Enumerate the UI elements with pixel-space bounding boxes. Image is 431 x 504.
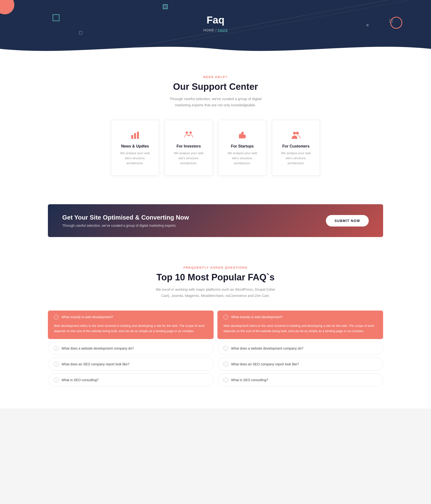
bar-chart-icon bbox=[130, 130, 140, 140]
faq-column-left: ⌃ What exactly is web development? Web d… bbox=[48, 311, 214, 389]
faq-right-header-2[interactable]: ⌄ What does a website development compan… bbox=[218, 342, 383, 355]
faq-left-item-1: ⌃ What exactly is web development? Web d… bbox=[48, 311, 214, 339]
handshake-icon bbox=[183, 130, 194, 140]
faq-toggle-right-1: ⌃ bbox=[223, 315, 228, 319]
card-startups-desc: We analyse your web site's structure, ar… bbox=[226, 151, 259, 166]
faq-left-answer-1: Web development refers to the work invol… bbox=[48, 323, 213, 339]
faq-column-right: ⌃ What exactly is web development? Web d… bbox=[217, 311, 383, 389]
hero-wave bbox=[0, 42, 431, 56]
svg-rect-4 bbox=[137, 132, 139, 139]
faq-toggle-right-4: ⌄ bbox=[223, 378, 228, 382]
card-news: News & Updtes We analyse your web site's… bbox=[111, 120, 159, 176]
faq-grid: ⌃ What exactly is web development? Web d… bbox=[48, 311, 383, 389]
faq-right-question-1: What exactly is web development? bbox=[231, 315, 283, 319]
faq-section: FREQUENTLY ASKED QUESTIONS Top 10 Most P… bbox=[0, 252, 431, 408]
svg-rect-3 bbox=[134, 133, 136, 139]
thumbsup-icon bbox=[237, 130, 248, 140]
faq-left-header-1[interactable]: ⌃ What exactly is web development? bbox=[48, 311, 213, 323]
faq-right-question-3: What does an SEO company report look lik… bbox=[231, 362, 299, 366]
card-investors-desc: We analyse your web site's structure, ar… bbox=[172, 151, 205, 166]
faq-right-question-2: What does a website development company … bbox=[231, 346, 303, 350]
hero-title: Faq bbox=[5, 14, 426, 26]
card-customers-title: For Customers bbox=[279, 144, 313, 148]
faq-right-item-1: ⌃ What exactly is web development? Web d… bbox=[217, 311, 383, 339]
cta-banner: Get Your Site Optimised & Converting Now… bbox=[48, 204, 383, 237]
faq-toggle-left-4: ⌄ bbox=[54, 378, 59, 382]
faq-title: Top 10 Most Popular FAQ`s bbox=[48, 272, 383, 283]
users-icon bbox=[291, 130, 301, 140]
card-news-title: News & Updtes bbox=[118, 144, 152, 148]
breadcrumb-separator: / bbox=[214, 28, 218, 32]
faq-toggle-right-2: ⌄ bbox=[223, 346, 228, 351]
faq-toggle-left-3: ⌄ bbox=[54, 362, 59, 367]
svg-point-6 bbox=[189, 131, 192, 134]
faq-right-item-3: ⌄ What does an SEO company report look l… bbox=[217, 358, 383, 371]
faq-left-question-2: What does a website development company … bbox=[62, 346, 134, 350]
support-title: Our Support Center bbox=[48, 82, 383, 92]
faq-right-header-3[interactable]: ⌄ What does an SEO company report look l… bbox=[218, 358, 383, 370]
faq-right-header-1[interactable]: ⌃ What exactly is web development? bbox=[218, 311, 383, 323]
faq-left-item-4: ⌄ What is SEO consulting? bbox=[48, 374, 214, 387]
svg-rect-2 bbox=[131, 135, 133, 139]
decor-circle-outline bbox=[390, 17, 402, 29]
hero-breadcrumb: HOME / FAQS bbox=[5, 28, 426, 32]
faq-description: We excel in working with major platforms… bbox=[156, 286, 275, 298]
faq-toggle-left-1: ⌃ bbox=[54, 315, 59, 319]
submit-now-button[interactable]: SUBMIT NOW bbox=[326, 215, 369, 226]
faq-toggle-right-3: ⌄ bbox=[223, 362, 228, 367]
faq-left-header-4[interactable]: ⌄ What is SEO consulting? bbox=[48, 374, 213, 386]
cta-title: Get Your Site Optimised & Converting Now bbox=[62, 214, 326, 221]
main-content: NEED HELP? Our Support Center Through ca… bbox=[0, 56, 431, 408]
decor-square-dark bbox=[163, 4, 168, 9]
svg-point-8 bbox=[293, 132, 296, 135]
support-tag: NEED HELP? bbox=[48, 75, 383, 79]
faq-tag: FREQUENTLY ASKED QUESTIONS bbox=[48, 266, 383, 269]
card-customers: For Customers We analyse your web site's… bbox=[272, 120, 320, 176]
faq-right-item-2: ⌄ What does a website development compan… bbox=[217, 342, 383, 355]
faq-left-question-3: What does an SEO company report look lik… bbox=[62, 362, 129, 366]
faq-left-header-3[interactable]: ⌄ What does an SEO company report look l… bbox=[48, 358, 213, 370]
faq-left-question-4: What is SEO consulting? bbox=[62, 378, 99, 382]
faq-right-answer-1: Web development refers to the work invol… bbox=[218, 323, 383, 339]
faq-toggle-left-2: ⌄ bbox=[54, 346, 59, 351]
card-customers-desc: We analyse your web site's structure, ar… bbox=[279, 151, 313, 166]
faq-right-question-4: What is SEO consulting? bbox=[231, 378, 268, 382]
faq-right-item-4: ⌄ What is SEO consulting? bbox=[217, 374, 383, 387]
cta-text-block: Get Your Site Optimised & Converting Now… bbox=[62, 214, 326, 227]
faq-left-question-1: What exactly is web development? bbox=[62, 315, 113, 319]
breadcrumb-home[interactable]: HOME bbox=[203, 28, 214, 32]
decor-dot bbox=[366, 24, 369, 26]
card-investors-title: For Investors bbox=[172, 144, 205, 148]
card-startups: For Startups We analyse your web site's … bbox=[218, 120, 266, 176]
hero-section: Faq HOME / FAQS bbox=[0, 0, 431, 56]
card-investors: For Investors We analyse your web site's… bbox=[165, 120, 213, 176]
card-news-desc: We analyse your web site's structure, ar… bbox=[118, 151, 152, 166]
svg-point-5 bbox=[186, 131, 188, 134]
decor-square-sm bbox=[79, 31, 82, 35]
cta-description: Through careful selection, we've curated… bbox=[62, 224, 326, 227]
faq-left-item-3: ⌄ What does an SEO company report look l… bbox=[48, 358, 214, 371]
faq-left-header-2[interactable]: ⌄ What does a website development compan… bbox=[48, 342, 213, 355]
support-description: Through careful selection, we've curated… bbox=[168, 96, 263, 108]
support-cards: News & Updtes We analyse your web site's… bbox=[48, 120, 383, 176]
faq-right-header-4[interactable]: ⌄ What is SEO consulting? bbox=[218, 374, 383, 386]
svg-rect-7 bbox=[239, 134, 240, 138]
card-startups-title: For Startups bbox=[226, 144, 259, 148]
svg-point-9 bbox=[296, 132, 299, 135]
decor-square-teal bbox=[53, 14, 59, 21]
support-section: NEED HELP? Our Support Center Through ca… bbox=[0, 56, 431, 190]
breadcrumb-current: FAQS bbox=[218, 28, 228, 32]
faq-left-item-2: ⌄ What does a website development compan… bbox=[48, 342, 214, 355]
decor-circle-pink bbox=[0, 0, 14, 14]
